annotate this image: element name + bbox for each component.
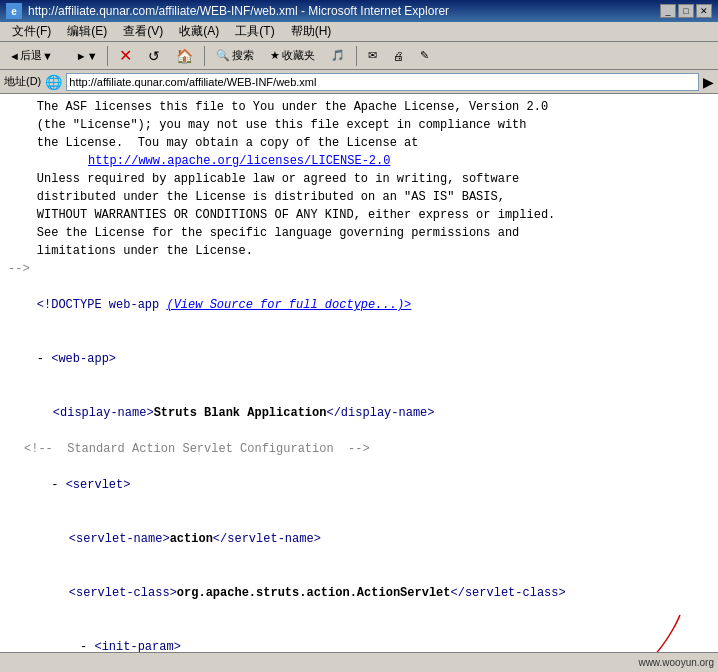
- separator-3: [356, 46, 357, 66]
- toolbar: ◄ 后退 ▼ ► ▼ ✕ ↺ 🏠 🔍 搜索 ★ 收藏夹 🎵 ✉ 🖨 ✎: [0, 42, 718, 70]
- doctype-tag: <!DOCTYPE web-app: [37, 298, 167, 312]
- display-name-line: <display-name>Struts Blank Application</…: [8, 386, 710, 440]
- license-block: The ASF licenses this file to You under …: [8, 98, 710, 260]
- address-bar-icon: 🌐: [45, 74, 62, 90]
- minimize-button[interactable]: _: [660, 4, 676, 18]
- favorites-button[interactable]: ★ 收藏夹: [263, 45, 322, 67]
- stop-icon: ✕: [119, 46, 132, 65]
- address-bar: 地址(D) 🌐 ▶: [0, 70, 718, 94]
- servlet-open-line: - <servlet>: [8, 458, 710, 512]
- license-line-8: WITHOUT WARRANTIES OR CONDITIONS OF ANY …: [8, 206, 710, 224]
- menu-view[interactable]: 查看(V): [115, 21, 171, 42]
- maximize-button[interactable]: □: [678, 4, 694, 18]
- license-line-1: The ASF licenses this file to You under …: [8, 98, 710, 116]
- print-button[interactable]: 🖨: [386, 45, 411, 67]
- menu-file[interactable]: 文件(F): [4, 21, 59, 42]
- search-label: 搜索: [232, 48, 254, 63]
- init-param-block: - <init-param> <param-name>config</param…: [8, 620, 710, 652]
- forward-arrow-icon: ►: [76, 50, 87, 62]
- license-line-3: the License. Tou may obtain a copy of th…: [8, 134, 710, 152]
- license-line-7: distributed under the License is distrib…: [8, 188, 710, 206]
- back-arrow-icon: ◄: [9, 50, 20, 62]
- separator-1: [107, 46, 108, 66]
- title-bar: e http://affiliate.qunar.com/affiliate/W…: [0, 0, 718, 22]
- forward-dropdown-icon: ▼: [87, 50, 98, 62]
- home-icon: 🏠: [176, 48, 193, 64]
- doctype-line: <!DOCTYPE web-app (View Source for full …: [8, 278, 710, 332]
- license-line-6: Unless required by applicable law or agr…: [8, 170, 710, 188]
- star-icon: ★: [270, 49, 280, 62]
- menu-help[interactable]: 帮助(H): [283, 21, 340, 42]
- mail-button[interactable]: ✉: [361, 45, 384, 67]
- back-button[interactable]: ◄ 后退 ▼: [4, 45, 58, 67]
- license-url: http://www.apache.org/licenses/LICENSE-2…: [8, 152, 710, 170]
- license-line-10: limitations under the License.: [8, 242, 710, 260]
- address-go-icon[interactable]: ▶: [703, 74, 714, 90]
- stop-button[interactable]: ✕: [112, 45, 139, 67]
- address-label: 地址(D): [4, 74, 41, 89]
- content-area: The ASF licenses this file to You under …: [0, 94, 718, 652]
- close-button[interactable]: ✕: [696, 4, 712, 18]
- separator-2: [204, 46, 205, 66]
- status-bar: www.wooyun.org: [0, 652, 718, 672]
- search-icon: 🔍: [216, 49, 230, 62]
- menu-edit[interactable]: 编辑(E): [59, 21, 115, 42]
- edit-button[interactable]: ✎: [413, 45, 436, 67]
- media-button[interactable]: 🎵: [324, 45, 352, 67]
- mail-icon: ✉: [368, 49, 377, 62]
- media-icon: 🎵: [331, 49, 345, 62]
- web-app-open-line: - <web-app>: [8, 332, 710, 386]
- annotation-arrow: [510, 610, 690, 652]
- ie-icon: e: [6, 3, 22, 19]
- menu-favorites[interactable]: 收藏(A): [171, 21, 227, 42]
- doctype-link[interactable]: (View Source for full doctype...)>: [166, 298, 411, 312]
- favorites-label: 收藏夹: [282, 48, 315, 63]
- home-button[interactable]: 🏠: [169, 45, 200, 67]
- edit-icon: ✎: [420, 49, 429, 62]
- refresh-icon: ↺: [148, 48, 160, 64]
- menu-tools[interactable]: 工具(T): [227, 21, 282, 42]
- doctype-comment-close: -->: [8, 260, 710, 278]
- address-input[interactable]: [66, 73, 699, 91]
- license-line-9: See the License for the specific languag…: [8, 224, 710, 242]
- license-line-2: (the "License"); you may not use this fi…: [8, 116, 710, 134]
- window-controls[interactable]: _ □ ✕: [660, 4, 712, 18]
- back-dropdown-icon: ▼: [42, 50, 53, 62]
- window-title: http://affiliate.qunar.com/affiliate/WEB…: [28, 4, 660, 18]
- forward-label: [65, 48, 76, 63]
- refresh-button[interactable]: ↺: [141, 45, 167, 67]
- menu-bar: 文件(F) 编辑(E) 查看(V) 收藏(A) 工具(T) 帮助(H): [0, 22, 718, 42]
- print-icon: 🖨: [393, 50, 404, 62]
- forward-button[interactable]: ► ▼: [60, 45, 103, 67]
- status-right: www.wooyun.org: [638, 657, 714, 668]
- comment1-line: <!-- Standard Action Servlet Configurati…: [8, 440, 710, 458]
- servlet-name-line: <servlet-name>action</servlet-name>: [8, 512, 710, 566]
- back-label: 后退: [20, 48, 42, 63]
- search-button[interactable]: 🔍 搜索: [209, 45, 261, 67]
